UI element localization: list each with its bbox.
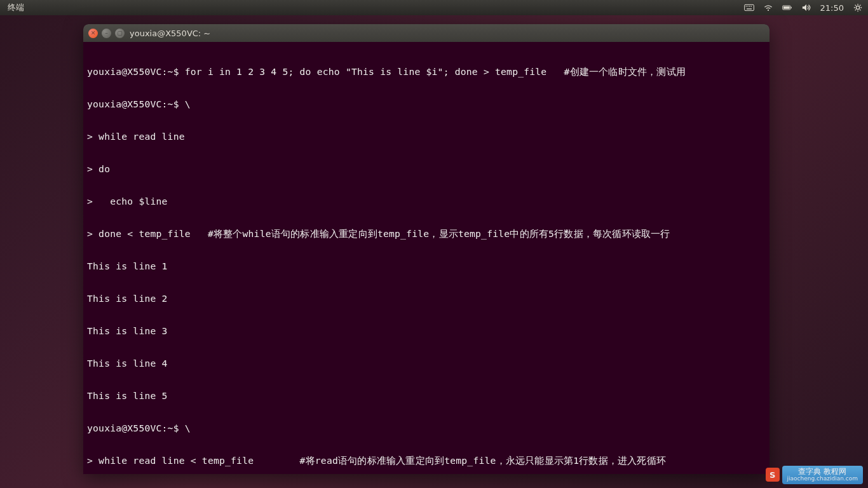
close-button[interactable]: ✕: [88, 29, 98, 38]
terminal-line: youxia@X550VC:~$ \: [87, 98, 766, 109]
panel-left: 终端: [5, 2, 24, 13]
maximize-button[interactable]: ▢: [115, 29, 125, 38]
terminal-line: > while read line: [87, 131, 766, 142]
terminal-line: > do: [87, 163, 766, 174]
gear-icon[interactable]: [853, 3, 863, 12]
svg-rect-0: [744, 4, 754, 10]
terminal-line: youxia@X550VC:~$ \: [87, 423, 766, 433]
top-panel: 终端 21:50: [0, 0, 868, 15]
svg-rect-2: [747, 6, 748, 6]
minimize-button[interactable]: –: [102, 29, 111, 38]
terminal-body[interactable]: youxia@X550VC:~$ for i in 1 2 3 4 5; do …: [83, 42, 770, 474]
watermark-text: 查字典 教程网 jiaocheng.chazidian.com: [782, 466, 863, 484]
terminal-line: This is line 2: [87, 293, 766, 304]
svg-rect-1: [745, 6, 746, 6]
svg-rect-5: [747, 8, 752, 9]
terminal-line: > while read line < temp_file #将read语句的标…: [87, 455, 766, 466]
terminal-line: > echo $line: [87, 196, 766, 207]
titlebar[interactable]: ✕ – ▢ youxia@X550VC: ~: [83, 24, 770, 42]
active-app-name[interactable]: 终端: [8, 2, 24, 13]
svg-rect-4: [750, 6, 751, 6]
terminal-line: This is line 1: [87, 261, 766, 271]
battery-icon[interactable]: [782, 3, 792, 12]
svg-rect-3: [749, 6, 750, 6]
panel-right: 21:50: [744, 3, 863, 13]
svg-point-6: [768, 10, 769, 11]
watermark-badge: S: [766, 468, 780, 482]
svg-point-10: [856, 6, 859, 9]
window-title: youxia@X550VC: ~: [130, 29, 210, 38]
terminal-line: This is line 5: [87, 390, 766, 401]
svg-rect-9: [783, 6, 789, 9]
wifi-icon[interactable]: [763, 3, 773, 12]
terminal-line: > done < temp_file #将整个while语句的标准输入重定向到t…: [87, 228, 766, 239]
keyboard-icon[interactable]: [744, 3, 754, 12]
volume-icon[interactable]: [801, 3, 811, 12]
clock[interactable]: 21:50: [820, 3, 844, 13]
terminal-line: This is line 4: [87, 358, 766, 369]
window-buttons: ✕ – ▢: [88, 29, 125, 38]
watermark-sub: jiaocheng.chazidian.com: [787, 476, 858, 482]
watermark: S 查字典 教程网 jiaocheng.chazidian.com: [766, 466, 863, 484]
terminal-line: This is line 3: [87, 325, 766, 336]
terminal-line: youxia@X550VC:~$ for i in 1 2 3 4 5; do …: [87, 66, 766, 77]
svg-rect-8: [790, 7, 791, 8]
terminal-window: ✕ – ▢ youxia@X550VC: ~ youxia@X550VC:~$ …: [83, 24, 770, 474]
